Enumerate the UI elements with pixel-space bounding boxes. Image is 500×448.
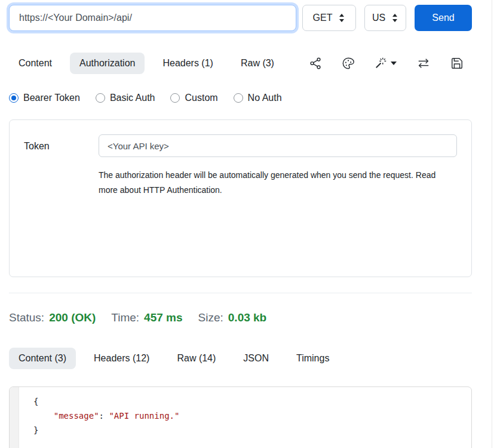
swap-arrows-icon[interactable]: [416, 57, 431, 70]
response-body-panel: { "message": "API running."}: [9, 386, 472, 448]
section-divider: [9, 293, 472, 293]
json-value: "API running.": [109, 411, 179, 421]
response-status-row: Status: 200 (OK) Time: 457 ms Size: 0.03…: [9, 311, 472, 324]
tab-content[interactable]: Content: [9, 53, 62, 74]
url-input[interactable]: [9, 5, 296, 31]
radio-button-icon: [9, 93, 19, 103]
updown-arrows-icon: [338, 13, 345, 23]
authorization-panel: Token The authorization header will be a…: [9, 119, 472, 277]
tab-raw[interactable]: Raw (3): [231, 53, 284, 74]
main-column: GET US Send: [9, 0, 472, 448]
status-value: 200 (OK): [49, 311, 96, 324]
updown-arrows-icon: [391, 13, 398, 23]
radio-no-auth[interactable]: No Auth: [234, 93, 282, 103]
status-group: Status: 200 (OK): [9, 311, 96, 324]
chevron-down-icon: [391, 62, 397, 65]
send-button[interactable]: Send: [415, 5, 472, 31]
radio-label: Basic Auth: [110, 93, 155, 103]
radio-basic-auth[interactable]: Basic Auth: [96, 93, 155, 103]
method-select-value: GET: [313, 13, 333, 23]
method-select[interactable]: GET: [302, 5, 356, 31]
response-json-content[interactable]: { "message": "API running."}: [19, 387, 471, 448]
size-value: 0.03 kb: [228, 311, 266, 324]
toolbar-icons: [309, 57, 472, 70]
radio-label: Bearer Token: [23, 93, 80, 103]
token-row: Token: [24, 134, 457, 157]
radio-label: No Auth: [248, 93, 282, 103]
save-icon[interactable]: [450, 57, 464, 70]
token-input[interactable]: [99, 134, 457, 157]
size-label: Size:: [198, 311, 223, 324]
radio-button-icon: [234, 93, 243, 103]
json-line: "message": "API running.": [33, 409, 471, 423]
code-gutter: [10, 387, 19, 448]
response-tab-content[interactable]: Content (3): [9, 348, 76, 369]
palette-icon[interactable]: [342, 57, 355, 70]
response-tab-headers[interactable]: Headers (12): [84, 348, 159, 369]
radio-bearer-token[interactable]: Bearer Token: [9, 93, 80, 103]
radio-button-icon: [170, 93, 180, 103]
tab-authorization[interactable]: Authorization: [70, 53, 145, 74]
radio-custom[interactable]: Custom: [170, 93, 217, 103]
api-tester-page: GET US Send: [0, 0, 500, 448]
response-tab-json[interactable]: JSON: [234, 348, 278, 369]
time-label: Time:: [111, 311, 139, 324]
radio-button-icon: [96, 93, 105, 103]
size-group: Size: 0.03 kb: [198, 311, 267, 324]
status-label: Status:: [9, 311, 44, 324]
share-icon[interactable]: [309, 57, 322, 70]
request-bar: GET US Send: [9, 5, 472, 31]
tab-headers[interactable]: Headers (1): [153, 53, 222, 74]
radio-label: Custom: [185, 93, 217, 103]
response-tab-timings[interactable]: Timings: [287, 348, 339, 369]
json-line: }: [33, 423, 471, 437]
time-group: Time: 457 ms: [111, 311, 182, 324]
region-select[interactable]: US: [364, 5, 406, 31]
region-select-value: US: [372, 13, 385, 23]
right-panel-divider: [492, 0, 492, 448]
token-label: Token: [24, 140, 99, 152]
auth-helper-text: The authorization header will be automat…: [99, 168, 448, 198]
time-value: 457 ms: [144, 311, 182, 324]
response-tabs-row: Content (3) Headers (12) Raw (14) JSON T…: [9, 346, 472, 371]
response-tab-raw[interactable]: Raw (14): [167, 348, 225, 369]
magic-wand-icon[interactable]: [375, 57, 397, 70]
json-key: "message": [54, 411, 99, 421]
request-tabs-row: Content Authorization Headers (1) Raw (3…: [9, 51, 472, 75]
auth-type-options: Bearer Token Basic Auth Custom No Auth: [9, 93, 472, 103]
json-line: {: [33, 394, 471, 409]
